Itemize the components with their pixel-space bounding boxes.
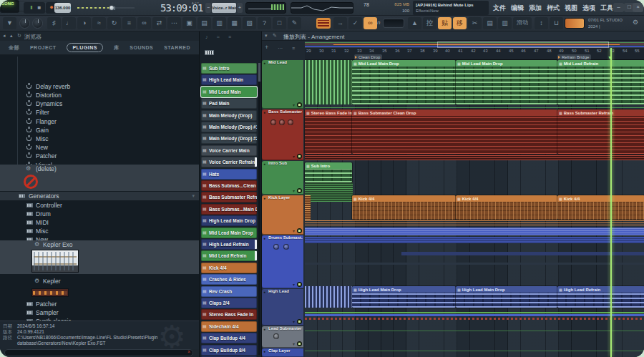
metronome-icon[interactable]: ♩ [62,17,76,29]
pattern-item[interactable]: ▤High Lead Main [201,74,257,85]
playhead-line[interactable] [610,48,612,357]
blend-recording-icon[interactable]: ≈ [92,17,106,29]
collapse-icon[interactable]: ▾ [192,192,195,200]
scrollbar-thumb[interactable] [258,63,260,82]
marker-clean-drop[interactable]: Clean Drop [354,54,382,60]
track-header-high-lead[interactable]: ● High Lead ▾ [262,289,303,326]
link-controller-icon[interactable]: ∞ [364,17,377,29]
tree-item-gen-misc[interactable]: Misc [0,227,199,235]
tree-section-generators[interactable]: Generators ▾ [0,192,199,200]
clip-bass-submaster-refrain[interactable]: ▦Bass Submaster Refrain [557,109,644,154]
track-mute-dot[interactable]: ● [263,162,265,166]
step-edit-icon[interactable]: ≡ [122,17,136,29]
pattern-item[interactable]: ▤Bass Submas...Main Drop [201,204,257,215]
pattern-prev-button[interactable]: − [205,3,211,13]
track-knob[interactable] [270,119,276,125]
track-header-kick-layer[interactable]: ● Kick Layer ▾ [262,195,303,235]
tree-item-delay-reverb[interactable]: Delay reverb [0,82,199,91]
pattern-item[interactable]: ▤Kick 4/4 [201,263,257,273]
browser-refresh-icon[interactable]: ↻ [17,33,21,39]
move-tool-icon[interactable]: 移 [453,17,467,29]
tab-sounds[interactable]: SOUNDS [130,45,153,50]
tree-item-sampler[interactable]: Sampler [0,308,199,317]
track-dropdown-icon[interactable]: ▾ [293,154,295,159]
pattern-item[interactable]: ▤Pad Main [201,98,257,109]
browser-back-icon[interactable]: ◂ [3,33,6,39]
master-volume-knob[interactable] [19,18,30,29]
pattern-item[interactable]: ▤High Lead Refrain [201,239,257,250]
pattern-item[interactable]: ▤Sub Intro [201,63,257,74]
pattern-list-scrollbar[interactable] [258,63,260,355]
track-knob[interactable] [273,333,279,339]
tab-plugins[interactable]: PLUGINS [67,43,103,52]
clip-mid-lead-refrain[interactable]: ▦Mid Lead Refrain [557,60,644,104]
track-enable-button[interactable] [297,319,302,324]
cut-icon[interactable]: ✂ [468,17,482,29]
typing-keyboard-icon[interactable]: ♯ [47,17,61,29]
track-knob[interactable] [279,119,285,125]
pattern-item[interactable]: ▤Clap Buildup 8/4 [201,345,257,356]
shuttle-knob[interactable] [109,5,114,11]
menu-add[interactable]: 添加 [529,4,542,13]
multilink-icon[interactable]: ∞ [137,17,151,29]
overview-icon[interactable]: ⋯ [167,17,181,29]
mixer-icon[interactable]: ▦ [228,17,241,29]
pattern-next-button[interactable]: + [237,3,243,13]
tree-item-gain[interactable]: Gain [0,126,199,135]
tree-item-dynamics[interactable]: Dynamics [0,99,199,108]
tree-item-misc[interactable]: Misc [0,135,199,143]
pattern-item[interactable]: ▤Bass Submaster Refrain [201,192,257,202]
track-header-mid-lead[interactable]: ● Mid Lead ▾ [262,60,303,109]
search-clear-icon[interactable]: × [187,349,190,354]
track-header-lead-submaster[interactable]: ● Lead Submaster ▾ [262,326,303,348]
add-track-icon[interactable]: + [265,44,268,51]
clip-mid-lead-main-drop-1[interactable]: ▦Mid Lead Main Drop [352,60,456,104]
tab-starred[interactable]: STARRED [164,45,190,50]
auto-scroll-icon[interactable]: ⇄ [152,17,166,29]
monitor-icon[interactable]: □ [273,17,286,29]
precount-icon[interactable]: ◑ [77,17,91,29]
menu-edit[interactable]: 编辑 [511,4,524,13]
pattern-item[interactable]: ▤Voice Carrier Main [201,145,257,156]
track-mute-dot[interactable]: ● [263,236,265,240]
master-pitch-knob[interactable] [32,18,43,29]
pattern-item[interactable]: ▤Mid Lead Main Drop [201,228,257,238]
picture-icon[interactable]: ▣ [182,17,196,29]
pattern-item[interactable]: ▤Hats [201,169,257,180]
track-header-clap-layer[interactable]: ● Clap Layer [262,348,303,357]
tree-item-kepler[interactable]: ⚙Kepler [0,277,199,285]
piano-roll-icon[interactable]: ▤ [197,17,211,29]
tempo-display[interactable]: 136.000 [54,3,71,13]
close-button[interactable]: × [633,3,643,12]
clip-stereo-bass-fade-in[interactable]: ▦Stereo Bass Fade In [305,109,352,154]
track-dropdown-icon[interactable]: ▾ [293,228,295,233]
clip-sub-intro[interactable]: ▦Sub Intro [305,162,352,182]
paste-tool-icon[interactable]: 贴 [438,17,452,29]
pattern-item[interactable]: ▤Stereo Bass Fade In [201,309,257,320]
playlist-grid[interactable]: ▦Mid Lead Main Drop ▦Mid Lead Main Drop … [305,60,644,357]
pattern-item[interactable]: ▤Rev Crash [201,286,257,297]
pattern-selector-value[interactable]: Voice..r Main [212,3,236,13]
track-enable-button[interactable] [297,341,302,346]
help-icon[interactable]: ? [258,17,271,29]
tree-item-kepler-exo-selected[interactable]: ⚙Kepler Exo [0,240,199,274]
deal-led-display[interactable] [565,18,585,29]
minimap-viewport[interactable] [437,41,609,48]
track-enable-button[interactable] [297,228,302,233]
tree-item-gen-patcher[interactable]: Patcher [0,300,199,308]
clip-kick-2[interactable]: ▦Kick 4/4 [456,195,557,220]
track-mute-dot[interactable]: ● [263,61,265,65]
menu-tools[interactable]: 工具 [600,4,613,13]
track-header-bass-submaster[interactable]: ● Bass Submaster ▾ [262,109,303,160]
track-dropdown-icon[interactable]: ▾ [293,341,295,346]
pattern-item[interactable]: ▤Main Melody (Drop) [201,110,257,121]
snap-selector[interactable] [383,19,404,28]
menu-options[interactable]: 选项 [582,4,595,13]
track-header-drums-submaster[interactable]: ● Drums Submast.. ▾ [262,235,303,288]
paste-icon[interactable]: ▥ [498,17,512,29]
remote-control-icon[interactable]: 控 [423,17,436,29]
track-enable-button[interactable] [297,188,302,193]
pattern-item[interactable]: ▤Sidechain 4/4 [201,321,257,332]
shop-cart-icon[interactable]: ⊔ [550,17,563,29]
playlist-icon[interactable]: ▥ [213,17,226,29]
